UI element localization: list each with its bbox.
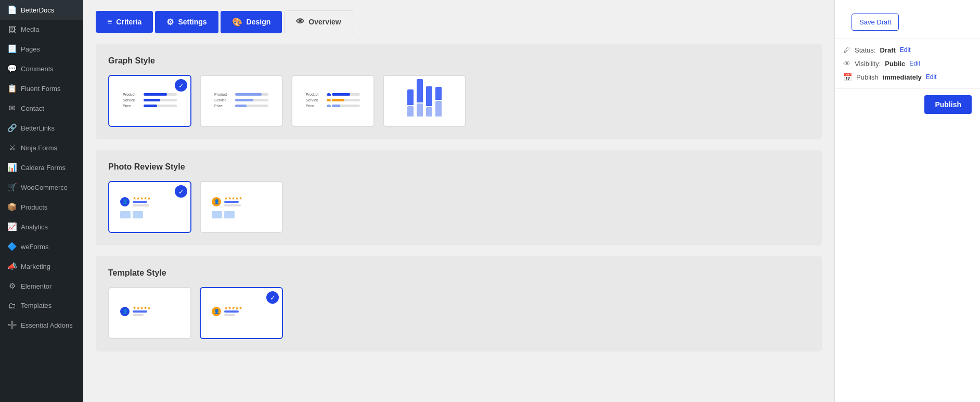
graph-style-grid: ✓ Product Service Price (108, 75, 809, 127)
caldera-forms-icon: 📊 (7, 163, 17, 172)
pages-icon: 📃 (7, 44, 17, 54)
stars-1: ★★★★★ (133, 196, 151, 201)
graph-style-option-3[interactable]: Product Service (291, 75, 375, 127)
templates-icon: 🗂 (7, 301, 17, 310)
status-icon: 🖊 (843, 46, 850, 54)
media-icon: 🖼 (7, 25, 17, 34)
sidebar: 📄 BetterDocs 🖼 Media 📃 Pages 💬 Comments … (0, 0, 83, 402)
template-stars-1: ★★★★★ (133, 306, 151, 310)
graph-style-option-4[interactable] (383, 75, 466, 127)
analytics-icon: 📈 (7, 222, 17, 231)
bar-chart-preview (402, 80, 447, 122)
tab-overview[interactable]: 👁 Overview (284, 10, 353, 33)
betterdocs-icon: 📄 (7, 5, 17, 15)
photo-review-section: Photo Review Style ✓ 👤 ★★★★★ (96, 150, 822, 245)
thumb-1 (120, 211, 131, 218)
products-icon: 📦 (7, 202, 17, 212)
elementor-icon: ⚙ (7, 281, 17, 291)
sidebar-item-ninja-forms[interactable]: ⚔ Ninja Forms (0, 138, 83, 158)
settings-icon: ⚙ (166, 17, 174, 27)
selected-check-template-2: ✓ (266, 291, 279, 304)
template-style-title: Template Style (108, 268, 809, 278)
save-draft-section: Save Draft (835, 0, 980, 38)
sidebar-item-media[interactable]: 🖼 Media (0, 20, 83, 39)
table-preview-1: Product Service Price (119, 88, 181, 114)
visibility-icon: 👁 (843, 59, 850, 68)
ninja-forms-icon: ⚔ (7, 143, 17, 152)
essential-addons-icon: ➕ (7, 320, 17, 330)
selected-check-1: ✓ (175, 79, 187, 92)
sidebar-item-pages[interactable]: 📃 Pages (0, 39, 83, 59)
editor-panel: ≡ Criteria ⚙ Settings 🎨 Design 👁 Overvie… (83, 0, 834, 402)
sidebar-item-fluent-forms[interactable]: 📋 Fluent Forms (0, 79, 83, 98)
publish-button[interactable]: Publish (924, 95, 972, 114)
design-icon: 🎨 (232, 17, 242, 27)
sidebar-item-contact[interactable]: ✉ Contact (0, 98, 83, 118)
status-row: 🖊 Status: Draft Edit (843, 46, 972, 54)
photo-review-title: Photo Review Style (108, 162, 809, 172)
tab-criteria[interactable]: ≡ Criteria (96, 11, 153, 33)
photo-preview-2: 👤 ★★★★★ (208, 192, 275, 223)
template-style-option-2[interactable]: ✓ 👤 ★★★★★ (200, 287, 283, 339)
status-section: 🖊 Status: Draft Edit 👁 Visibility: Publi… (835, 38, 980, 89)
graph-style-section: Graph Style ✓ Product Service (96, 44, 822, 139)
fluent-forms-icon: 📋 (7, 84, 17, 93)
comments-icon: 💬 (7, 64, 17, 73)
sidebar-item-essential-addons[interactable]: ➕ Essential Addons (0, 315, 83, 335)
sidebar-item-weforms[interactable]: 🔷 weForms (0, 237, 83, 256)
sidebar-item-elementor[interactable]: ⚙ Elementor (0, 276, 83, 296)
graph-style-option-1[interactable]: ✓ Product Service Price (108, 75, 191, 127)
save-draft-button[interactable]: Save Draft (852, 14, 899, 31)
template-stars-2: ★★★★★ (224, 306, 242, 310)
overview-icon: 👁 (296, 17, 304, 27)
content-area: ≡ Criteria ⚙ Settings 🎨 Design 👁 Overvie… (83, 0, 980, 402)
betterlinks-icon: 🔗 (7, 123, 17, 133)
visibility-edit-link[interactable]: Edit (909, 60, 920, 67)
photo-review-option-1[interactable]: ✓ 👤 ★★★★★ (108, 181, 191, 233)
visibility-row: 👁 Visibility: Public Edit (843, 59, 972, 68)
sidebar-item-products[interactable]: 📦 Products (0, 197, 83, 217)
contact-icon: ✉ (7, 103, 17, 113)
weforms-icon: 🔷 (7, 242, 17, 251)
publish-timing-edit-link[interactable]: Edit (926, 73, 937, 81)
template-preview-2: 👤 ★★★★★ (208, 302, 275, 325)
criteria-icon: ≡ (107, 17, 112, 27)
bar-col-4 (435, 87, 442, 116)
avatar-2: 👤 (212, 197, 221, 206)
thumb-4 (224, 211, 235, 218)
publish-timing-row: 📅 Publish immediately Edit (843, 73, 972, 81)
bar-col-1 (407, 89, 414, 116)
sidebar-item-comments[interactable]: 💬 Comments (0, 59, 83, 79)
selected-check-photo-1: ✓ (175, 185, 187, 198)
status-edit-link[interactable]: Edit (900, 46, 911, 54)
template-preview-1: 👤 ★★★★★ (116, 302, 184, 325)
graph-style-option-2[interactable]: Product Service Price (200, 75, 283, 127)
table-preview-2: Product Service Price (210, 88, 273, 114)
sidebar-item-woocommerce[interactable]: 🛒 WooCommerce (0, 177, 83, 197)
tabs-bar: ≡ Criteria ⚙ Settings 🎨 Design 👁 Overvie… (96, 10, 822, 33)
graph-style-title: Graph Style (108, 56, 809, 66)
table-preview-3: Product Service (302, 88, 364, 114)
sidebar-item-betterlinks[interactable]: 🔗 BetterLinks (0, 118, 83, 138)
template-style-option-1[interactable]: 👤 ★★★★★ (108, 287, 191, 339)
photo-review-option-2[interactable]: 👤 ★★★★★ (200, 181, 283, 233)
stars-2: ★★★★★ (224, 196, 242, 201)
avatar-1: 👤 (120, 197, 130, 206)
sidebar-item-analytics[interactable]: 📈 Analytics (0, 217, 83, 237)
thumb-3 (212, 211, 222, 218)
main-area: ≡ Criteria ⚙ Settings 🎨 Design 👁 Overvie… (83, 0, 980, 402)
bar-col-2 (417, 79, 423, 116)
sidebar-item-betterdocs[interactable]: 📄 BetterDocs (0, 0, 83, 20)
bar-col-3 (426, 86, 432, 116)
tab-settings[interactable]: ⚙ Settings (155, 11, 218, 33)
template-avatar-2: 👤 (212, 307, 221, 316)
sidebar-item-templates[interactable]: 🗂 Templates (0, 296, 83, 315)
publish-panel: Save Draft 🖊 Status: Draft Edit 👁 Visibi… (834, 0, 980, 402)
template-style-section: Template Style 👤 ★★★★★ (96, 256, 822, 352)
photo-review-grid: ✓ 👤 ★★★★★ (108, 181, 809, 233)
sidebar-item-marketing[interactable]: 📣 Marketing (0, 256, 83, 276)
tab-design[interactable]: 🎨 Design (221, 11, 282, 33)
thumb-2 (133, 211, 143, 218)
sidebar-item-caldera-forms[interactable]: 📊 Caldera Forms (0, 158, 83, 177)
template-avatar-1: 👤 (120, 307, 130, 316)
